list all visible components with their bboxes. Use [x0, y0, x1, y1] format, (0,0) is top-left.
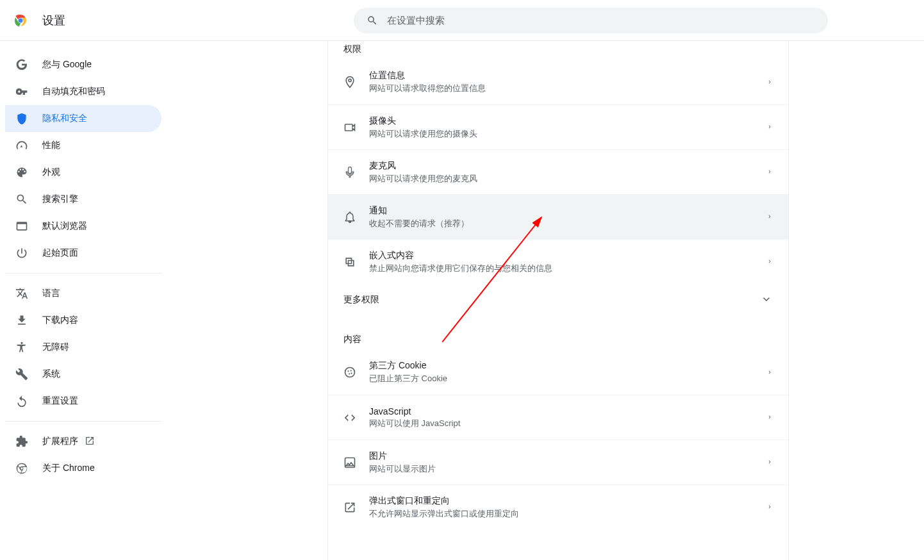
row-title: 位置信息 — [369, 70, 766, 81]
chevron-right-icon — [766, 413, 773, 422]
wrench-icon — [15, 368, 28, 381]
row-sub: 禁止网站向您请求使用它们保存的与您相关的信息 — [369, 263, 766, 274]
section-content-title: 内容 — [328, 329, 788, 350]
google-g-icon — [15, 58, 28, 71]
sidebar-item-label: 性能 — [42, 140, 60, 151]
sidebar-separator — [5, 273, 161, 274]
chevron-down-icon — [760, 293, 773, 308]
palette-icon — [15, 166, 28, 179]
row-sub: 网站可以请求取得您的位置信息 — [369, 83, 766, 94]
settings-search[interactable] — [354, 8, 828, 33]
row-sub: 网站可以显示图片 — [369, 463, 766, 475]
key-icon — [15, 85, 28, 98]
download-icon — [15, 314, 28, 327]
chevron-right-icon — [766, 257, 773, 267]
translate-icon — [15, 287, 28, 300]
sidebar-item-you-and-google[interactable]: 您与 Google — [5, 51, 161, 78]
sidebar-item-languages[interactable]: 语言 — [5, 280, 161, 307]
image-icon — [343, 456, 356, 469]
svg-point-5 — [349, 373, 350, 374]
svg-point-1 — [19, 18, 23, 22]
open-in-new-icon — [85, 436, 95, 448]
code-icon — [343, 411, 356, 424]
chevron-right-icon — [766, 78, 773, 87]
sidebar-item-label: 您与 Google — [42, 59, 92, 70]
sidebar-item-label: 搜索引擎 — [42, 194, 78, 205]
sidebar-item-label: 外观 — [42, 167, 60, 178]
camera-icon — [343, 121, 356, 134]
row-sub: 已阻止第三方 Cookie — [369, 373, 766, 384]
sidebar-item-downloads[interactable]: 下载内容 — [5, 307, 161, 334]
sidebar-item-performance[interactable]: 性能 — [5, 132, 161, 159]
chevron-right-icon — [766, 502, 773, 512]
sidebar-item-accessibility[interactable]: 无障碍 — [5, 334, 161, 361]
reset-icon — [15, 395, 28, 408]
main-area: 权限 位置信息 网站可以请求取得您的位置信息 摄像头 网站可以请求使用您的摄像头 — [167, 41, 924, 560]
svg-point-2 — [345, 368, 355, 377]
chevron-right-icon — [766, 457, 773, 467]
row-title: 图片 — [369, 450, 766, 462]
row-title: JavaScript — [369, 406, 766, 416]
search-icon — [15, 193, 28, 206]
row-sub: 网站可以使用 JavaScript — [369, 418, 766, 429]
more-permissions-label: 更多权限 — [343, 294, 760, 306]
row-location[interactable]: 位置信息 网站可以请求取得您的位置信息 — [328, 60, 788, 104]
sidebar-item-appearance[interactable]: 外观 — [5, 159, 161, 186]
row-title: 通知 — [369, 205, 766, 217]
embedded-icon — [343, 256, 356, 268]
row-title: 麦克风 — [369, 160, 766, 172]
row-title: 嵌入式内容 — [369, 250, 766, 261]
row-sub: 收起不需要的请求（推荐） — [369, 218, 766, 229]
browser-icon — [15, 220, 28, 233]
row-camera[interactable]: 摄像头 网站可以请求使用您的摄像头 — [328, 104, 788, 149]
row-cookies[interactable]: 第三方 Cookie 已阻止第三方 Cookie — [328, 350, 788, 395]
sidebar-item-on-startup[interactable]: 起始页面 — [5, 240, 161, 267]
accessibility-icon — [15, 341, 28, 354]
row-notifications[interactable]: 通知 收起不需要的请求（推荐） — [328, 194, 788, 239]
sidebar-item-search-engine[interactable]: 搜索引擎 — [5, 186, 161, 213]
sidebar-item-extensions[interactable]: 扩展程序 — [5, 428, 161, 455]
sidebar-item-label: 起始页面 — [42, 247, 78, 259]
sidebar-item-privacy[interactable]: 隐私和安全 — [5, 105, 161, 132]
speed-icon — [15, 139, 28, 152]
sidebar-item-system[interactable]: 系统 — [5, 361, 161, 388]
sidebar-item-label: 语言 — [42, 288, 60, 299]
sidebar-item-label: 系统 — [42, 368, 60, 380]
sidebar-item-label: 隐私和安全 — [42, 113, 87, 124]
sidebar-item-default-browser[interactable]: 默认浏览器 — [5, 213, 161, 240]
row-title: 摄像头 — [369, 115, 766, 127]
row-embedded-content[interactable]: 嵌入式内容 禁止网站向您请求使用它们保存的与您相关的信息 — [328, 239, 788, 284]
sidebar-item-label: 关于 Chrome — [42, 463, 95, 474]
search-input[interactable] — [387, 15, 815, 26]
chrome-outline-icon — [15, 462, 28, 475]
popup-icon — [343, 501, 356, 514]
extension-icon — [15, 435, 28, 448]
row-title: 弹出式窗口和重定向 — [369, 495, 766, 507]
sidebar-item-about[interactable]: 关于 Chrome — [5, 455, 161, 482]
section-permissions-title: 权限 — [328, 41, 788, 60]
chrome-logo-icon — [13, 13, 28, 28]
chevron-right-icon — [766, 212, 773, 222]
chevron-right-icon — [766, 368, 773, 377]
row-microphone[interactable]: 麦克风 网站可以请求使用您的麦克风 — [328, 149, 788, 194]
svg-point-3 — [347, 370, 349, 372]
row-popups[interactable]: 弹出式窗口和重定向 不允许网站显示弹出式窗口或使用重定向 — [328, 484, 788, 529]
shield-icon — [15, 112, 28, 125]
sidebar-item-autofill[interactable]: 自动填充和密码 — [5, 78, 161, 105]
sidebar-item-label: 下载内容 — [42, 315, 78, 326]
sidebar-item-label: 默认浏览器 — [42, 220, 87, 232]
row-images[interactable]: 图片 网站可以显示图片 — [328, 440, 788, 484]
sidebar-separator — [5, 421, 161, 422]
sidebar-item-reset[interactable]: 重置设置 — [5, 388, 161, 415]
row-more-permissions[interactable]: 更多权限 — [328, 284, 788, 316]
svg-point-6 — [351, 373, 352, 374]
settings-panel: 权限 位置信息 网站可以请求取得您的位置信息 摄像头 网站可以请求使用您的摄像头 — [327, 41, 789, 560]
microphone-icon — [343, 166, 356, 179]
cookie-icon — [343, 366, 356, 379]
chevron-right-icon — [766, 167, 773, 177]
power-icon — [15, 247, 28, 259]
bell-icon — [343, 211, 356, 224]
row-javascript[interactable]: JavaScript 网站可以使用 JavaScript — [328, 395, 788, 440]
page-title: 设置 — [42, 13, 65, 28]
row-sub: 网站可以请求使用您的摄像头 — [369, 128, 766, 140]
